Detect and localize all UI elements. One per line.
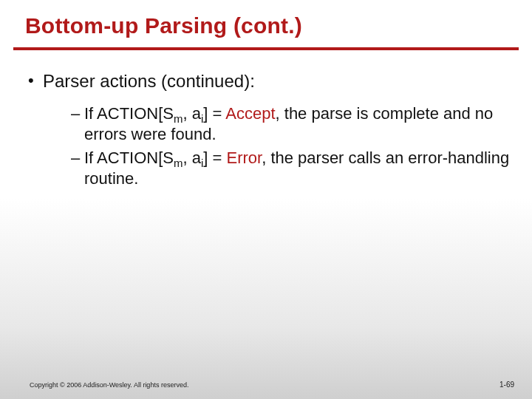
text: , a xyxy=(183,149,201,167)
subscript: m xyxy=(174,157,183,170)
subscript: m xyxy=(174,112,183,125)
text: ] = xyxy=(203,149,226,167)
copyright: Copyright © 2006 Addison-Wesley. All rig… xyxy=(30,381,188,389)
keyword-accept: Accept xyxy=(225,104,275,123)
text: ] = xyxy=(203,104,225,123)
bullet-level1: Parser actions (continued): xyxy=(30,71,511,92)
page-number: 1-69 xyxy=(499,381,514,389)
text: If ACTION[S xyxy=(84,149,174,167)
keyword-error: Error xyxy=(226,149,262,167)
bullet-level2: If ACTION[Sm, ai] = Accept, the parse is… xyxy=(71,103,511,145)
bullet-level2: If ACTION[Sm, ai] = Error, the parser ca… xyxy=(71,148,511,189)
text: , a xyxy=(183,104,201,123)
text: If ACTION[S xyxy=(84,104,174,123)
slide-content: Parser actions (continued): If ACTION[Sm… xyxy=(0,50,532,190)
slide-title: Bottom-up Parsing (cont.) xyxy=(0,0,532,47)
